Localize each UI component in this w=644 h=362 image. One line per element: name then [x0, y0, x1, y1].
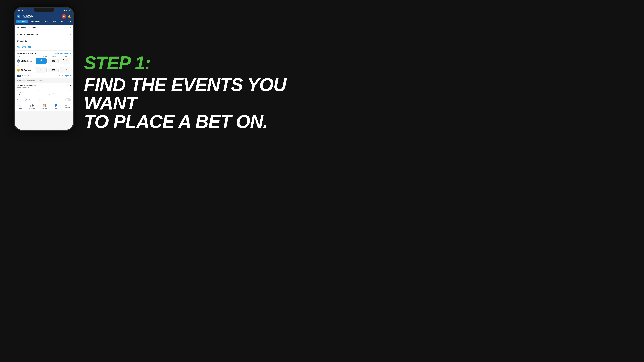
rebounds-label: To Record 8+ Rebounds — [17, 33, 38, 35]
phone-screen: 9:41 ▸ 📶 🔋 — [15, 8, 73, 130]
nav-home[interactable]: ⌂ Home — [18, 104, 22, 109]
nav-my-bets[interactable]: 📋 My Bets — [42, 104, 47, 109]
section-assists[interactable]: To Record 6+ Assists ▾ — [15, 25, 73, 31]
team1-money-btn[interactable]: +300 — [48, 59, 58, 63]
team2-row: W GS Warriors -8 -110 -375 U 218 — [15, 66, 73, 73]
t2-total-sub: -110 — [61, 70, 70, 72]
odds-spread-header: SPREAD — [38, 56, 49, 57]
wager-label: WAGER — [19, 91, 37, 93]
odds-total-header: TOTAL — [60, 56, 71, 57]
team1-spread-btn[interactable]: +8 -110 — [36, 58, 46, 64]
scene: 9:41 ▸ 📶 🔋 — [0, 0, 644, 362]
t1-spread-main: +8 — [37, 59, 46, 61]
wifi-icon: 📶 — [66, 9, 68, 11]
step-line1: STEP 1: FIND THE EVENTS YOU WANT — [84, 54, 310, 112]
section-3s[interactable]: 3+ Made 3s ▾ — [15, 38, 73, 44]
home-label: Home — [18, 108, 22, 109]
t1-total-main: O 218 — [61, 59, 70, 61]
odds-movement-row: Always accept odds movements i — [17, 98, 71, 101]
all-sports-icon: ⚽ — [30, 104, 34, 108]
odds-league-header: NBA — [17, 56, 38, 57]
notification-icon[interactable]: 🔔 — [68, 15, 71, 18]
step-line1-rest: FIND THE EVENTS YOU WANT — [84, 75, 310, 112]
fanduel-shield-icon — [17, 14, 21, 19]
refer-label: Refer — [54, 108, 57, 109]
user-avatar[interactable]: RG — [62, 14, 66, 18]
fanduel-name: FANDUEL — [22, 15, 33, 17]
match-section: Grizzlies v Warriors More MEM v GSW > NB… — [15, 51, 73, 78]
bet-type: SPREAD BETTING — [17, 87, 71, 89]
time-display: 9:41 — [18, 9, 22, 11]
t2-spread-sub: -110 — [37, 70, 46, 72]
wager-input-box[interactable]: WAGER $ — [17, 90, 39, 97]
info-icon[interactable]: i — [40, 99, 42, 101]
phone-shell: 9:41 ▸ 📶 🔋 — [14, 7, 74, 131]
header-right: RG 🔔 — [62, 14, 71, 18]
t2-total-main: U 218 — [61, 68, 70, 70]
t1-total-sub: -110 — [61, 61, 70, 63]
team1-row: M MEM Grizzlies +8 -110 +300 O 218 — [15, 57, 73, 64]
odds-money-header: MONEY — [49, 56, 60, 57]
copy-icon[interactable]: ⧉ — [37, 85, 38, 86]
tab-bos-mil[interactable]: BOS v MIL — [16, 20, 28, 23]
grizzlies-name: MEM Grizzlies — [21, 60, 32, 62]
all-sports-label: All Sports — [29, 108, 35, 109]
status-icons: 📶 🔋 — [62, 9, 70, 11]
nav-refer[interactable]: 👤 Refer — [54, 104, 58, 109]
team2-info: W GS Warriors — [17, 68, 35, 71]
app-header: FANDUEL SPORTSBOOK RG 🔔 — [15, 13, 73, 20]
match-time-row: SGP 8:00PM MT — [17, 75, 30, 77]
warriors-name: GS Warriors — [21, 69, 31, 71]
fanduel-text: FANDUEL SPORTSBOOK — [22, 15, 33, 18]
wager-amount-box[interactable]: Enter wager amount — [40, 90, 71, 97]
tab-nhl[interactable]: NHL — [51, 20, 58, 23]
assists-label: To Record 6+ Assists — [17, 27, 36, 29]
nav-account[interactable]: $10.00 Account — [64, 105, 70, 108]
tabs-row: BOS v MIL MEM v GSW MLB NHL NBA PGA TO — [15, 20, 73, 25]
section-rebounds[interactable]: To Record 8+ Rebounds ▾ — [15, 31, 73, 38]
refer-icon: 👤 — [54, 104, 58, 108]
wager-placeholder: Enter wager amount — [42, 92, 58, 94]
home-icon: ⌂ — [19, 104, 21, 108]
wager-dollar: $ — [19, 93, 37, 95]
t2-spread-main: -8 — [37, 68, 46, 70]
team2-total-btn[interactable]: U 218 -110 — [60, 67, 70, 73]
step-line2: TO PLACE A BET ON. — [84, 112, 310, 131]
more-bos-mil-row[interactable]: More BOS v MIL › — [15, 44, 73, 51]
fanduel-sub: SPORTSBOOK — [22, 17, 33, 18]
more-chevron-icon: › — [31, 46, 32, 48]
location-icon: ▸ — [22, 9, 23, 11]
wager-row: WAGER $ Enter wager amount — [17, 90, 71, 97]
team1-total-btn[interactable]: O 218 -110 — [60, 58, 70, 64]
player-perf-section: Player Performance Doubles — [15, 78, 73, 82]
odds-movement-label: Always accept odds movements i — [17, 99, 42, 101]
more-match-link[interactable]: More MEM v GSW > — [55, 53, 71, 54]
tab-mlb[interactable]: MLB — [43, 20, 50, 23]
my-bets-icon: 📋 — [42, 104, 46, 108]
tab-pga[interactable]: PGA TO — [67, 20, 73, 23]
main-content: To Record 6+ Assists ▾ To Record 8+ Rebo… — [15, 25, 73, 130]
bet-slip-header: Memphis Grizzlies +8 ⧉ -110 — [17, 84, 71, 86]
tab-nba[interactable]: NBA — [59, 20, 66, 23]
odds-toggle[interactable] — [66, 98, 71, 101]
team2-money-btn[interactable]: -375 — [48, 68, 58, 72]
battery-icon: 🔋 — [68, 9, 70, 11]
team2-spread-btn[interactable]: -8 -110 — [36, 67, 46, 73]
signal-bars — [62, 9, 65, 11]
toggle-knob — [66, 99, 68, 101]
more-bos-mil-link: More BOS v MIL — [17, 46, 31, 48]
threes-label: 3+ Made 3s — [17, 40, 27, 42]
my-bets-label: My Bets — [42, 108, 47, 109]
tab-mem-gsw[interactable]: MEM v GSW — [29, 20, 42, 23]
bet-slip: Memphis Grizzlies +8 ⧉ -110 SPREAD BETTI… — [15, 83, 73, 103]
match-time: 8:00PM MT — [22, 75, 30, 77]
fanduel-logo: FANDUEL SPORTSBOOK — [17, 14, 33, 19]
chevron-icon: ▾ — [70, 33, 71, 35]
account-balance: $10.00 — [65, 105, 70, 107]
sgp-badge: SGP — [17, 75, 21, 77]
home-bar — [34, 112, 54, 112]
warriors-logo: W — [17, 68, 20, 71]
more-wagers-link[interactable]: More wagers > — [59, 75, 71, 77]
nav-all-sports[interactable]: ⚽ All Sports — [29, 104, 35, 109]
step-label: STEP 1: — [84, 54, 150, 72]
